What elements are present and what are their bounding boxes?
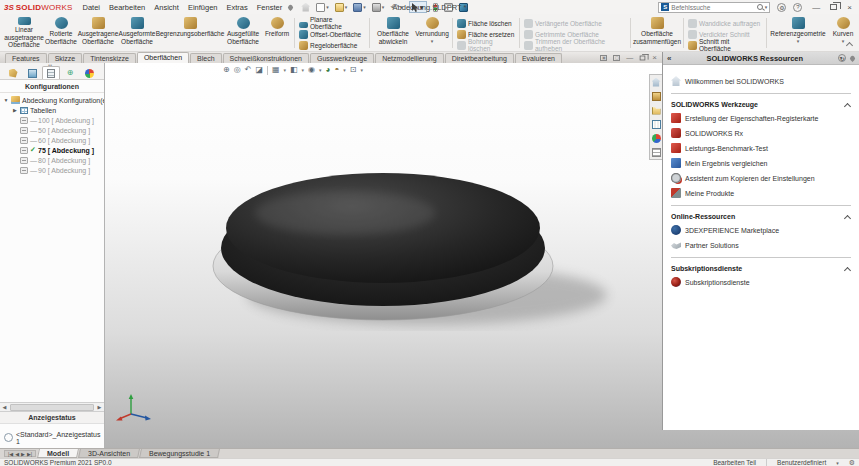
- next-tab-icon[interactable]: ▶: [21, 451, 25, 457]
- swept-surface-button[interactable]: Ausgetragene Oberfläche: [78, 16, 118, 50]
- save-button[interactable]: ▾: [353, 3, 366, 12]
- menu-einfuegen[interactable]: Einfügen: [188, 3, 218, 12]
- config-row[interactable]: —80 [ Abdeckung ]: [0, 155, 104, 165]
- tab-scroll-arrows[interactable]: |◀ ◀ ▶ ▶|: [4, 450, 36, 457]
- scrollbar-thumb[interactable]: [10, 404, 94, 411]
- fillet-button[interactable]: Verrundung▾: [414, 16, 450, 50]
- lofted-surface-button[interactable]: Ausgeformte Oberfläche: [118, 16, 156, 50]
- tab-features[interactable]: Features: [5, 53, 47, 63]
- viewport-pane-icon[interactable]: ▢: [613, 55, 620, 61]
- horizontal-scrollbar[interactable]: ◀ ▶: [0, 402, 104, 411]
- tab-netzmodellierung[interactable]: Netzmodellierung: [375, 53, 443, 63]
- help-icon[interactable]: ?: [793, 3, 802, 12]
- curves-caret-icon[interactable]: ▾: [842, 39, 845, 45]
- doc-tab-modell[interactable]: Modell: [37, 449, 79, 458]
- viewport-split-icon[interactable]: ▣: [600, 55, 607, 61]
- solidworks-rx-link[interactable]: SOLIDWORKS Rx: [671, 128, 851, 138]
- restore-button[interactable]: [830, 4, 837, 10]
- flatten-surface-button[interactable]: Oberfläche abwickeln: [372, 16, 414, 50]
- doc-tab-3d-ansichten[interactable]: 3D-Ansichten: [78, 449, 140, 458]
- viewport-close-icon[interactable]: ×: [652, 53, 657, 62]
- extruded-surface-button[interactable]: Linear ausgetragene Oberfläche: [4, 16, 44, 50]
- last-tab-icon[interactable]: ▶|: [27, 451, 32, 457]
- partner-solutions-link[interactable]: Partner Solutions: [671, 240, 851, 250]
- freeform-button[interactable]: Freiform: [262, 16, 292, 50]
- design-library-tab[interactable]: [651, 90, 662, 102]
- tab-oberflaechen[interactable]: Oberflächen: [137, 52, 189, 63]
- new-document-button[interactable]: ▾: [316, 3, 329, 12]
- chevron-up-icon[interactable]: [845, 102, 851, 108]
- benchmark-link[interactable]: Leistungs-Benchmark-Test: [671, 143, 851, 153]
- subscription-services-link[interactable]: Subskriptionsdienste: [671, 277, 851, 287]
- view-palette-tab[interactable]: [651, 118, 662, 130]
- command-search[interactable]: S ▾: [658, 2, 770, 13]
- tab-tintenskizze[interactable]: Tintenskizze: [83, 53, 136, 63]
- collapse-caret-icon[interactable]: ▶: [12, 107, 18, 113]
- tab-evaluieren[interactable]: Evaluieren: [515, 53, 562, 63]
- search-input[interactable]: [671, 4, 754, 11]
- section-subskription[interactable]: Subskriptionsdienste: [671, 265, 851, 272]
- menu-fenster[interactable]: Fenster: [257, 3, 282, 12]
- pin-pane-icon[interactable]: [849, 54, 856, 61]
- delete-face-button[interactable]: Fläche löschen: [455, 18, 517, 28]
- section-werkzeuge[interactable]: SOLIDWORKS Werkzeuge: [671, 101, 851, 108]
- filled-surface-button[interactable]: Ausgefüllte Oberfläche: [224, 16, 262, 50]
- viewport-restore-icon[interactable]: [640, 55, 646, 60]
- reference-geometry-caret-icon[interactable]: ▾: [797, 39, 800, 45]
- close-button[interactable]: ×: [844, 3, 855, 12]
- tab-blech[interactable]: Blech: [190, 53, 222, 63]
- scroll-left-icon[interactable]: ◀: [0, 404, 9, 410]
- knit-surface-button[interactable]: Oberfläche zusammenfügen: [633, 16, 681, 50]
- pin-menu-icon[interactable]: [287, 3, 294, 10]
- my-products-link[interactable]: Meine Produkte: [671, 188, 851, 198]
- refresh-icon[interactable]: ↻: [838, 54, 846, 62]
- config-root-row[interactable]: ▼ Abdeckung Konfiguration(en) (75: [0, 95, 104, 105]
- menu-bearbeiten[interactable]: Bearbeiten: [109, 3, 145, 12]
- config-row[interactable]: —90 [ Abdeckung ]: [0, 165, 104, 175]
- file-explorer-tab[interactable]: [651, 104, 662, 116]
- menu-ansicht[interactable]: Ansicht: [154, 3, 179, 12]
- panel-splitter-handle[interactable]: ••: [48, 63, 52, 67]
- chevron-up-icon[interactable]: [845, 214, 851, 220]
- config-row[interactable]: —60 [ Abdeckung ]: [0, 135, 104, 145]
- collapse-ribbon-icon[interactable]: [847, 41, 853, 47]
- settings-gear-icon[interactable]: ⚙: [777, 3, 786, 12]
- featuremanager-tab[interactable]: [4, 66, 22, 79]
- viewport-minimize-icon[interactable]: —: [626, 54, 633, 61]
- dimxpert-tab[interactable]: ⊕: [61, 66, 79, 79]
- cut-with-surface-button[interactable]: Schnitt mit Oberfläche: [686, 40, 764, 50]
- tab-skizze[interactable]: Skizze: [48, 53, 83, 63]
- section-online[interactable]: Online-Ressourcen: [671, 213, 851, 220]
- compare-results-link[interactable]: Mein Ergebnis vergleichen: [671, 158, 851, 168]
- open-button[interactable]: ▾: [335, 3, 348, 12]
- reference-geometry-button[interactable]: Referenzgeometrie▾: [769, 16, 827, 50]
- expand-caret-icon[interactable]: ▼: [3, 97, 9, 103]
- prev-tab-icon[interactable]: ◀: [15, 451, 19, 457]
- planar-surface-button[interactable]: Planare Oberfläche: [297, 18, 367, 28]
- units-caret-icon[interactable]: ▾: [836, 460, 839, 466]
- status-gear-icon[interactable]: ⚙: [849, 459, 855, 466]
- display-state-row[interactable]: <Standard>_Anzeigestatus 1: [0, 424, 104, 448]
- first-tab-icon[interactable]: |◀: [8, 451, 13, 457]
- menu-extras[interactable]: Extras: [227, 3, 248, 12]
- solidworks-resources-tab[interactable]: [651, 76, 662, 88]
- home-button[interactable]: [301, 3, 310, 12]
- copy-settings-wizard-link[interactable]: Assistent zum Kopieren der Einstellungen: [671, 173, 851, 183]
- search-dropdown-caret-icon[interactable]: ▾: [765, 4, 768, 10]
- ruled-surface-button[interactable]: Regeloberfläche: [297, 40, 367, 50]
- propertymanager-tab[interactable]: [23, 66, 41, 79]
- tab-direktbearbeitung[interactable]: Direktbearbeitung: [445, 53, 514, 63]
- boundary-surface-button[interactable]: Begrenzungsoberfläche: [156, 16, 224, 50]
- config-row-active[interactable]: ✓75 [ Abdeckung ]: [0, 145, 104, 155]
- tab-gusswerkzeuge[interactable]: Gusswerkzeuge: [310, 53, 374, 63]
- config-row[interactable]: —50 [ Abdeckung ]: [0, 125, 104, 135]
- appearances-tab[interactable]: [651, 132, 662, 144]
- tab-schweisskonstruktionen[interactable]: Schweißkonstruktionen: [223, 53, 309, 63]
- revolved-surface-button[interactable]: Rotierte Oberfläche: [44, 16, 78, 50]
- curves-button[interactable]: Kurven▾: [827, 16, 859, 50]
- doc-tab-bewegungsstudie[interactable]: Bewegungsstudie 1: [139, 449, 220, 458]
- config-row[interactable]: —100 [ Abdeckung ]: [0, 115, 104, 125]
- welcome-link[interactable]: Willkommen bei SOLIDWORKS: [671, 76, 851, 86]
- fillet-dropdown-caret-icon[interactable]: ▾: [431, 39, 434, 45]
- menu-datei[interactable]: Datei: [82, 3, 100, 12]
